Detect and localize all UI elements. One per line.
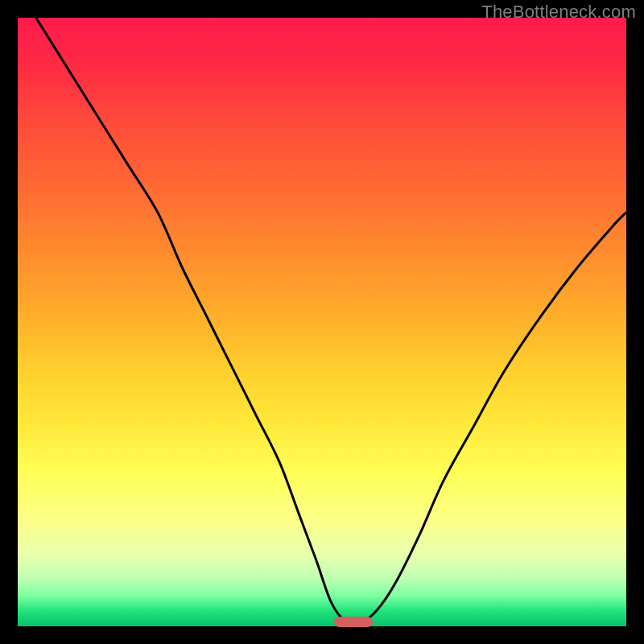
plot-area	[18, 18, 626, 626]
watermark-text: TheBottleneck.com	[481, 2, 636, 23]
bottleneck-curve	[18, 18, 626, 626]
bottleneck-marker	[334, 617, 373, 627]
curve-path	[36, 18, 626, 624]
chart-frame: TheBottleneck.com	[0, 0, 644, 644]
